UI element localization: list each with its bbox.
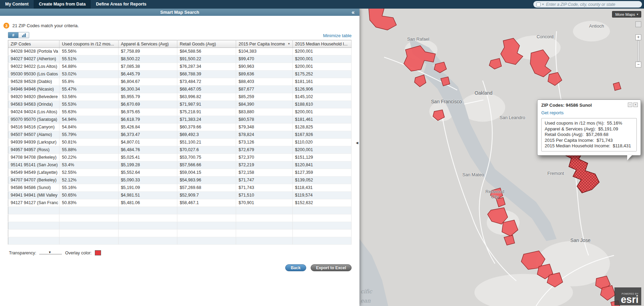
column-header[interactable]: 2015 Median Household I...: [292, 40, 351, 48]
smart-map-search-panel: Smart Map Search « 3 21 ZIP Codes match …: [0, 9, 359, 306]
search-input[interactable]: [545, 2, 639, 7]
panel-collapse-handle[interactable]: ◄: [355, 139, 359, 146]
table-cell: $69,492.3: [177, 131, 236, 139]
sort-arrow-icon[interactable]: ▼: [288, 42, 290, 45]
table-cell: $8,500.22: [118, 55, 177, 63]
chart-view-button[interactable]: [19, 32, 29, 38]
table-cell: $145,102: [292, 93, 351, 101]
table-row[interactable]: 94528 94528 (Diablo)55.8%$6,804.67$73,48…: [8, 78, 352, 86]
table-cell: $6,670.69: [118, 101, 177, 108]
table-cell: $200,001: [292, 63, 351, 71]
transparency-slider[interactable]: ▼: [39, 251, 62, 255]
table-header-row: ZIP CodesUsed coupons in /12 mos...Appar…: [8, 40, 352, 48]
zoom-slider-track[interactable]: [637, 40, 639, 62]
table-cell: 94920 94920 (Belvedere: [8, 93, 59, 101]
zip-info-popup: ZIP Codes: 94586 Sunol – × Get reports U…: [537, 99, 641, 156]
overlay-color-label: Overlay color:: [65, 251, 91, 255]
table-row[interactable]: 94708 94708 (Berkeley)50.22%$5,025.41$53…: [8, 154, 352, 161]
table-cell: $70,901: [236, 199, 292, 207]
match-count-text: 21 ZIP Codes match your criteria.: [12, 23, 79, 28]
table-cell: $200,001: [292, 146, 351, 154]
zoom-out-button[interactable]: −: [635, 62, 641, 67]
column-header[interactable]: 2015 Per Capita Income▼: [236, 40, 292, 48]
table-row[interactable]: 94586 94586 (Sunol)55.16%$5,191.09$57,26…: [8, 184, 352, 192]
table-cell: $5,955.79: [118, 93, 177, 101]
nav-tab-define-areas-for-reports[interactable]: Define Areas for Reports: [91, 0, 152, 9]
table-row[interactable]: 94939 94939 (Larkspur)50.81%$4,807.01$51…: [8, 139, 352, 146]
table-cell: 54.88%: [59, 63, 118, 71]
collapse-panel-icon[interactable]: «: [352, 9, 355, 16]
table-row[interactable]: 94028 94028 (Portola Va55.56%$7,758.89$8…: [8, 48, 352, 55]
table-row[interactable]: 94127 94127 (San Franc50.83%$5,481.06$58…: [8, 199, 352, 207]
nav-tab-my-content[interactable]: My Content: [0, 0, 34, 9]
zoom-in-button[interactable]: +: [635, 34, 641, 40]
column-header[interactable]: Used coupons in /12 mos...: [59, 40, 118, 48]
table-row[interactable]: 94549 94549 (Lafayette)52.55%$5,552.64$5…: [8, 169, 352, 177]
overlay-color-swatch[interactable]: [95, 250, 101, 255]
table-row[interactable]: 94946 94946 (Nicasio)55.47%$6,300.34$68,…: [8, 86, 352, 93]
table-row[interactable]: 94920 94920 (Belvedere53.56%$5,955.79$63…: [8, 93, 352, 101]
powered-by-text: POWERED BY: [622, 293, 639, 295]
table-cell: [59, 222, 118, 230]
main-area: Smart Map Search « 3 21 ZIP Codes match …: [0, 9, 644, 306]
table-row[interactable]: 94941 94941 (Mill Valley50.65%$4,981.51$…: [8, 192, 352, 199]
table-cell: 54.84%: [59, 124, 118, 131]
map[interactable]: San RafaelAntiochConcordOaklandSan Franc…: [359, 9, 644, 306]
table-cell: $90,963: [236, 63, 292, 71]
table-row[interactable]: 95141 95141 (San Jose)53.4%$5,199.28$57,…: [8, 161, 352, 169]
slider-track: [39, 254, 62, 254]
minimize-table-link[interactable]: Minimize table: [323, 33, 352, 38]
table-cell: $5,426.84: [118, 124, 177, 131]
app: My ContentCreate Maps from DataDefine Ar…: [0, 0, 644, 306]
table-row[interactable]: 94563 94563 (Orinda)55.53%$6,670.69$71,9…: [8, 101, 352, 108]
table-cell: $5,025.41: [118, 154, 177, 161]
table-cell: $175,252: [292, 71, 351, 78]
table-cell: 52.55%: [59, 169, 118, 177]
table-cell: 55.51%: [59, 55, 118, 63]
table-row[interactable]: 94957 94957 (Ross)55.88%$6,484.76$70,027…: [8, 146, 352, 154]
table-cell: $4,981.51: [118, 192, 177, 199]
table-cell: $200,001: [292, 48, 351, 55]
table-cell: [292, 237, 351, 245]
table-cell: 55.79%: [59, 131, 118, 139]
search-icon: [536, 2, 541, 7]
table-cell: 94707 94707 (Berkeley): [8, 177, 59, 184]
more-maps-button[interactable]: More Maps ▾: [612, 11, 641, 18]
home-extent-button[interactable]: [635, 21, 641, 27]
search-box[interactable]: ▾: [533, 1, 642, 8]
table-row[interactable]: 94022 94022 (Los Altos)54.88%$7,085.38$7…: [8, 63, 352, 71]
nav-tab-create-maps-from-data[interactable]: Create Maps from Data: [34, 0, 91, 9]
search-dropdown-caret[interactable]: ▾: [542, 3, 544, 6]
column-header[interactable]: Retail Goods (Avg): [177, 40, 236, 48]
table-cell: $200,001: [292, 55, 351, 63]
popup-close-icon[interactable]: ×: [633, 103, 638, 107]
table-cell: 53.4%: [59, 161, 118, 169]
table-row[interactable]: 95030 95030 (Los Gatos53.02%$6,445.79$68…: [8, 71, 352, 78]
table-cell: $5,481.06: [118, 199, 177, 207]
table-row[interactable]: 94516 94516 (Canyon)54.84%$5,426.84$60,3…: [8, 124, 352, 131]
table-cell: [236, 230, 292, 237]
popup-minimize-icon[interactable]: –: [628, 103, 632, 107]
export-to-excel-button[interactable]: Export to Excel: [311, 264, 352, 271]
table-row[interactable]: 94027 94027 (Atherton)55.51%$8,500.22$91…: [8, 55, 352, 63]
table-row[interactable]: 94507 94507 (Alamo)55.79%$6,373.47$69,49…: [8, 131, 352, 139]
table-cell: [118, 230, 177, 237]
column-header[interactable]: ZIP Codes: [8, 40, 59, 48]
table-row[interactable]: 95070 95070 (Saratoga)54.94%$6,618.79$71…: [8, 116, 352, 124]
more-maps-caret-icon: ▾: [637, 13, 638, 16]
table-cell: $4,807.01: [118, 139, 177, 146]
table-cell: 94586 94586 (Sunol): [8, 184, 59, 192]
table-cell: $5,199.28: [118, 161, 177, 169]
transparency-slider-thumb[interactable]: ▼: [48, 251, 51, 254]
table-cell: 54.94%: [59, 116, 118, 124]
column-header[interactable]: Apparel & Services (Avg): [118, 40, 177, 48]
table-cell: $6,975.65: [118, 108, 177, 116]
table-row[interactable]: 94024 94024 (Los Altos)55.63%$6,975.65$7…: [8, 108, 352, 116]
table-row[interactable]: 94707 94707 (Berkeley)52.12%$5,090.33$54…: [8, 177, 352, 184]
empty-table-row: [8, 237, 352, 245]
table-view-button[interactable]: #: [8, 32, 19, 38]
back-button[interactable]: Back: [285, 264, 306, 271]
table-cell: $118,431: [292, 184, 351, 192]
table-cell: [118, 222, 177, 230]
get-reports-link[interactable]: Get reports: [541, 110, 564, 115]
